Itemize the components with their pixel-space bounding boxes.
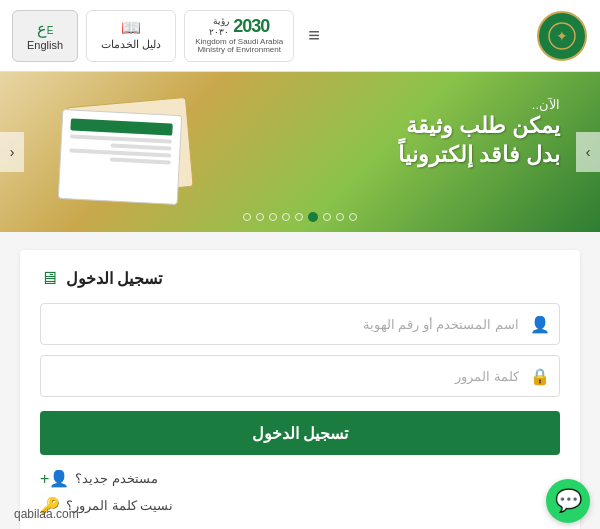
dot-7[interactable] — [269, 213, 277, 221]
banner-title-line2: بدل فاقد إلكترونياً — [398, 142, 560, 167]
login-button[interactable]: تسجيل الدخول — [40, 411, 560, 455]
vision-top: رؤية٢٠٣٠ 2030 — [209, 16, 269, 38]
dot-5[interactable] — [295, 213, 303, 221]
dot-4[interactable] — [308, 212, 318, 222]
new-user-icon: 👤+ — [40, 469, 69, 488]
vision-badge: رؤية٢٠٣٠ 2030 Kingdom of Saudi ArabiaMin… — [184, 10, 294, 62]
logo-circle: ✦ — [537, 11, 587, 61]
login-title: تسجيل الدخول — [66, 269, 162, 288]
dot-8[interactable] — [256, 213, 264, 221]
login-title-row: تسجيل الدخول 🖥 — [40, 268, 560, 289]
header: ✦ عE English 📖 دليل الخدمات رؤية٢٠٣٠ 203… — [0, 0, 600, 72]
forgot-password-label[interactable]: نسيت كلمة المرور؟ — [66, 498, 173, 513]
logo-icon: ✦ — [547, 21, 577, 51]
banner-dots — [243, 212, 357, 222]
dot-9[interactable] — [243, 213, 251, 221]
username-input[interactable] — [40, 303, 560, 345]
main-content: تسجيل الدخول 🖥 👤 🔒 تسجيل الدخول مستخدم ج… — [0, 232, 600, 529]
new-user-label[interactable]: مستخدم جديد؟ — [75, 471, 158, 486]
logo: ✦ — [536, 10, 588, 62]
whatsapp-icon: 💬 — [555, 488, 582, 514]
banner-title-line1: يمكن طلب وثيقة — [406, 113, 560, 138]
document-stack — [50, 92, 210, 212]
guide-icon: 📖 — [121, 20, 141, 36]
dot-6[interactable] — [282, 213, 290, 221]
lock-icon: 🔒 — [530, 367, 550, 386]
english-label: English — [27, 39, 63, 51]
bottom-links: مستخدم جديد؟ 👤+ نسيت كلمة المرور؟ 🔑 — [40, 469, 560, 515]
english-icon: عE — [37, 21, 54, 37]
login-icon: 🖥 — [40, 268, 58, 289]
dot-3[interactable] — [323, 213, 331, 221]
banner: ‹ الآن.. يمكن طلب وثيقة بدل فاقد إلكترون… — [0, 72, 600, 232]
banner-image — [30, 82, 230, 222]
site-label: qabilaa.com — [14, 507, 79, 521]
new-user-row: مستخدم جديد؟ 👤+ — [40, 469, 158, 488]
user-icon: 👤 — [530, 315, 550, 334]
doc-line-1 — [70, 134, 172, 143]
vision-ar-label: رؤية٢٠٣٠ — [209, 16, 229, 38]
password-wrapper: 🔒 — [40, 355, 560, 397]
login-card: تسجيل الدخول 🖥 👤 🔒 تسجيل الدخول مستخدم ج… — [20, 250, 580, 529]
svg-text:✦: ✦ — [556, 28, 568, 44]
footer: qabilaa.com — [14, 507, 79, 521]
guide-label: دليل الخدمات — [101, 38, 161, 51]
guide-button[interactable]: 📖 دليل الخدمات — [86, 10, 176, 62]
header-nav: عE English 📖 دليل الخدمات رؤية٢٠٣٠ 2030 … — [12, 10, 326, 62]
banner-next-button[interactable]: › — [576, 132, 600, 172]
dot-2[interactable] — [336, 213, 344, 221]
vision-year: 2030 — [233, 16, 269, 37]
banner-prev-button[interactable]: ‹ — [0, 132, 24, 172]
vision-sub: Kingdom of Saudi ArabiaMinistry of Envir… — [195, 38, 283, 56]
english-button[interactable]: عE English — [12, 10, 78, 62]
banner-title: يمكن طلب وثيقة بدل فاقد إلكترونياً — [398, 112, 560, 169]
banner-text: الآن.. يمكن طلب وثيقة بدل فاقد إلكترونيا… — [398, 97, 560, 169]
menu-icon[interactable]: ≡ — [302, 20, 326, 51]
whatsapp-button[interactable]: 💬 — [546, 479, 590, 523]
username-wrapper: 👤 — [40, 303, 560, 345]
doc-front — [58, 109, 183, 205]
doc-header — [70, 118, 172, 135]
dot-1[interactable] — [349, 213, 357, 221]
doc-line-2 — [110, 143, 171, 150]
password-input[interactable] — [40, 355, 560, 397]
banner-now: الآن.. — [398, 97, 560, 112]
doc-line-4 — [110, 157, 171, 164]
